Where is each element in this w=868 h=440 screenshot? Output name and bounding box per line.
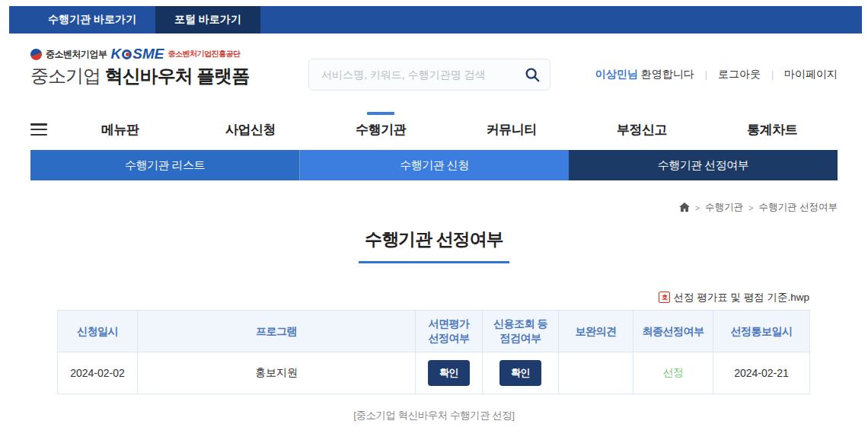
active-nav-indicator (367, 112, 394, 115)
divider: | (705, 69, 707, 80)
site-title: 중소기업 혁신바우처 플랫폼 (30, 64, 249, 88)
quicklink-performing-org[interactable]: 수행기관 바로가기 (29, 6, 155, 33)
page-root: 수행기관 바로가기 포털 바로가기 중소벤처기업부 KSME 중소벤처기업진흥공… (0, 0, 868, 440)
file-link-label: 선정 평가표 및 평점 기준.hwp (673, 291, 809, 304)
nav-item-apply[interactable]: 사업신청 (185, 121, 315, 139)
col-program: 프로그램 (138, 311, 416, 352)
mypage-link[interactable]: 마이페이지 (784, 68, 838, 81)
user-menu: 이상민님 환영합니다 | 로그아웃 | 마이페이지 (595, 68, 838, 81)
kosme-logo: KSME (111, 46, 164, 62)
divider: | (771, 69, 774, 80)
welcome-text: 환영합니다 (641, 68, 694, 81)
credit-check-confirm-button[interactable]: 확인 (499, 360, 541, 386)
selection-status: 선정 (663, 366, 684, 378)
table-header-row: 신청일시 프로그램 서면평가 선정여부 신용조회 등 점검여부 보완의견 최종선… (58, 311, 810, 352)
col-apply-date: 신청일시 (58, 311, 138, 352)
nav-item-performing-org[interactable]: 수행기관 (316, 121, 446, 139)
subnav-org-list[interactable]: 수행기관 리스트 (30, 150, 300, 180)
col-notify-date: 선정통보일시 (713, 311, 810, 352)
cell-program: 홍보지원 (138, 352, 416, 394)
site-title-light: 중소기업 (30, 65, 105, 86)
home-icon[interactable] (679, 202, 690, 212)
search-box (308, 59, 550, 91)
subnav-org-selection[interactable]: 수행기관 선정여부 (569, 150, 838, 180)
logo-top-line: 중소벤처기업부 KSME 중소벤처기업진흥공단 (30, 47, 249, 61)
nav-item-report[interactable]: 부정신고 (576, 121, 707, 139)
footer-note: [중소기업 혁신바우처 수행기관 선정] (0, 409, 868, 422)
search-button[interactable] (519, 62, 545, 88)
hamburger-menu-icon[interactable] (30, 123, 47, 136)
nav-item-statistics[interactable]: 통계차트 (707, 121, 838, 139)
file-link-row: 호 선정 평가표 및 평점 기준.hwp (57, 289, 809, 304)
ministry-taegeuk-icon (30, 49, 42, 60)
cell-notify-date: 2024-02-21 (713, 352, 810, 394)
page-title: 수행기관 선정여부 (359, 228, 509, 263)
ministry-name: 중소벤처기업부 (46, 48, 107, 61)
site-title-bold: 혁신바우처 플랫폼 (105, 65, 250, 86)
sub-nav: 수행기관 리스트 수행기관 신청 수행기관 선정여부 (30, 150, 838, 180)
subnav-org-apply[interactable]: 수행기관 신청 (300, 150, 569, 180)
col-supplement: 보완의견 (559, 311, 633, 352)
cell-supplement (559, 352, 633, 394)
cell-apply-date: 2024-02-02 (58, 352, 138, 394)
quicklink-bar: 수행기관 바로가기 포털 바로가기 (9, 6, 862, 33)
search-input[interactable] (321, 69, 519, 81)
col-paper-eval: 서면평가 선정여부 (416, 311, 483, 352)
breadcrumb-performing-org[interactable]: 수행기관 (705, 201, 743, 214)
evaluation-file-link[interactable]: 호 선정 평가표 및 평점 기준.hwp (659, 291, 809, 304)
main-nav: 메뉴판 사업신청 수행기관 커뮤니티 부정신고 통계차트 (30, 116, 838, 143)
col-credit-check: 신용조회 등 점검여부 (483, 311, 559, 352)
kosme-o-icon (122, 49, 132, 59)
hwp-file-icon: 호 (659, 292, 670, 303)
cell-credit-check: 확인 (483, 352, 559, 394)
quicklink-portal[interactable]: 포털 바로가기 (155, 6, 260, 33)
nav-item-menuboard[interactable]: 메뉴판 (55, 121, 185, 139)
site-logo[interactable]: 중소벤처기업부 KSME 중소벤처기업진흥공단 중소기업 혁신바우처 플랫폼 (30, 47, 249, 88)
cell-paper-eval: 확인 (416, 352, 483, 394)
title-wrap: 수행기관 선정여부 (0, 228, 868, 263)
table-row: 2024-02-02 홍보지원 확인 확인 선정 2024-02-21 (58, 352, 810, 394)
logout-link[interactable]: 로그아웃 (718, 68, 761, 81)
user-name: 이상민님 (595, 68, 638, 81)
cell-final-selection: 선정 (633, 352, 713, 394)
selection-result-table: 신청일시 프로그램 서면평가 선정여부 신용조회 등 점검여부 보완의견 최종선… (57, 310, 810, 394)
paper-eval-confirm-button[interactable]: 확인 (428, 360, 470, 386)
search-icon (524, 66, 541, 83)
breadcrumb: > 수행기관 > 수행기관 선정여부 (679, 201, 838, 214)
nav-item-community[interactable]: 커뮤니티 (446, 121, 576, 139)
kosme-subtitle: 중소벤처기업진흥공단 (168, 49, 240, 59)
col-final-selection: 최종선정여부 (633, 311, 713, 352)
breadcrumb-current: 수행기관 선정여부 (759, 201, 838, 214)
